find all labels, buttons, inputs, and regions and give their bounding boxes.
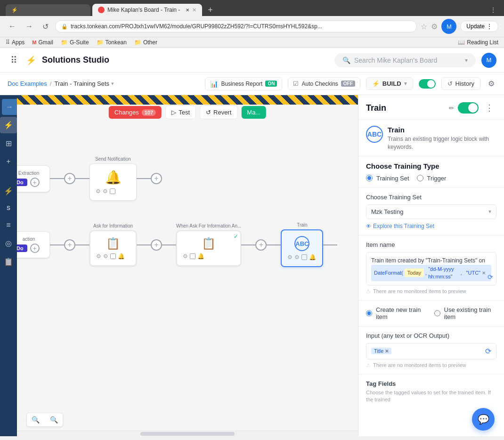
bookmark-apps[interactable]: ⠿ Apps: [6, 39, 24, 46]
ask-filter-icon[interactable]: ⚙: [96, 253, 101, 260]
item-refresh-icon[interactable]: ⟳: [488, 272, 493, 282]
flow-plus-2[interactable]: +: [151, 173, 162, 184]
ask-node[interactable]: 📋 ⚙ ⚙ 🔔: [89, 230, 137, 266]
training-set-dropdown[interactable]: Mzk Testing ▾: [366, 204, 496, 219]
app-grid-icon[interactable]: ⠿: [8, 52, 20, 69]
revert-button[interactable]: ↺ Revert: [200, 106, 237, 119]
flow-plus-4[interactable]: +: [151, 239, 162, 251]
breadcrumb-current[interactable]: Train - Training Sets ▾: [54, 80, 114, 87]
user-avatar[interactable]: M: [481, 53, 496, 68]
when-bell-icon[interactable]: 🔔: [197, 253, 204, 260]
bookmark-gmail[interactable]: M Gmail: [32, 39, 53, 46]
add-step-1[interactable]: +: [30, 178, 40, 187]
back-button[interactable]: ←: [6, 21, 19, 32]
create-new-radio[interactable]: [366, 310, 372, 317]
when-node[interactable]: 📋 ✓ ⚙ 🔔: [176, 230, 241, 266]
use-existing-radio[interactable]: [434, 310, 440, 317]
explore-training-set-link[interactable]: 👁 Explore this Training Set: [366, 223, 496, 229]
sidebar-arrow-icon[interactable]: →: [2, 99, 17, 115]
settings-button[interactable]: ⚙: [486, 77, 496, 90]
build-toggle[interactable]: [419, 79, 436, 89]
bookmark-gsuite[interactable]: 📁 G-Suite: [61, 39, 89, 46]
history-button[interactable]: ↺ History: [441, 77, 480, 90]
search-bar[interactable]: 🔍 Search Mike Kaplan's Board ▾: [334, 53, 476, 67]
panel-edit-icon[interactable]: ✏: [449, 105, 454, 112]
train-bell-icon[interactable]: 🔔: [309, 254, 316, 261]
use-existing-option[interactable]: Use existing train item: [434, 306, 496, 320]
when-label: When Ask For Information An...: [176, 223, 241, 228]
train-node[interactable]: ABC ⚙ ⚙ 🔔: [281, 229, 323, 267]
node-checkbox-3[interactable]: [190, 253, 195, 259]
input-refresh-icon[interactable]: ⟳: [485, 347, 491, 356]
bookmark-other[interactable]: 📁 Other: [134, 39, 157, 46]
search-dropdown-icon[interactable]: ▾: [465, 57, 468, 64]
train-name: Train: [388, 126, 496, 134]
trigger-option[interactable]: Trigger: [417, 175, 447, 182]
title-tag-close[interactable]: ✕: [385, 349, 389, 354]
utc-tag-close[interactable]: ✕: [482, 269, 486, 277]
flow-plus-5[interactable]: +: [255, 239, 267, 251]
date-format-tag: DateFormat( Today , "dd-M-yyyy hh:mm:ss"…: [371, 265, 491, 281]
browser-avatar[interactable]: M: [441, 19, 456, 34]
flow-plus-1[interactable]: +: [64, 173, 75, 184]
browser-menu[interactable]: ⋮: [488, 4, 498, 16]
ask-settings-icon[interactable]: ⚙: [103, 253, 108, 260]
business-report-button[interactable]: 📊 Business Report ON: [205, 77, 282, 90]
panel-menu-icon[interactable]: ⋮: [482, 102, 496, 114]
sidebar-book-icon[interactable]: 📋: [0, 253, 17, 270]
chat-button[interactable]: 💬: [472, 408, 495, 431]
reload-button[interactable]: ↺: [40, 21, 51, 32]
extraction-node[interactable]: Extraction Do +: [17, 165, 50, 192]
bookmarks-bar: ⠿ Apps M Gmail 📁 G-Suite 📁 Tonkean 📁 Oth…: [0, 37, 504, 48]
sidebar-list-icon[interactable]: ≡: [2, 217, 14, 233]
breadcrumb-link[interactable]: Doc Examples: [8, 80, 47, 87]
node-checkbox-2[interactable]: [110, 253, 116, 259]
sidebar-database-icon[interactable]: ⊞: [2, 135, 16, 152]
train-settings-icon[interactable]: ⚙: [294, 254, 300, 261]
sidebar-lightning2-icon[interactable]: ⚡: [0, 183, 17, 199]
zoom-out-button[interactable]: 🔍: [45, 413, 63, 426]
auto-checkins-button[interactable]: ☑ Auto Checkins OFF: [288, 77, 360, 90]
forward-button[interactable]: →: [23, 21, 36, 32]
panel-toggle[interactable]: [458, 102, 479, 114]
sidebar-s-icon[interactable]: S: [3, 201, 14, 215]
add-step-2[interactable]: +: [30, 244, 40, 253]
item-name-field[interactable]: Train item created by "Train-Training Se…: [366, 252, 496, 285]
active-tab[interactable]: Mike Kaplan's Board - Train - ✕ ✕: [92, 4, 202, 16]
create-new-option[interactable]: Create new train item: [366, 306, 427, 320]
action-node[interactable]: action Do +: [17, 231, 50, 258]
flow-plus-3[interactable]: +: [64, 239, 75, 251]
input-field[interactable]: Title ✕ ⟳: [366, 343, 496, 359]
notification-node[interactable]: 🔔 ⚙ ⚙: [89, 163, 137, 201]
bookmark-tonkean[interactable]: 📁 Tonkean: [97, 39, 127, 46]
reading-list[interactable]: 📖 Reading List: [458, 39, 498, 46]
update-button[interactable]: Update ⋮: [460, 21, 498, 32]
star-icon[interactable]: ☆: [421, 22, 427, 31]
make-button[interactable]: Ma...: [241, 106, 266, 119]
node-checkbox-4[interactable]: [301, 254, 307, 260]
changes-button[interactable]: Changes 107: [109, 106, 162, 119]
train-abc-icon: ABC: [287, 236, 317, 251]
training-set-option[interactable]: Training Set: [366, 175, 409, 182]
training-set-radio[interactable]: [366, 175, 373, 181]
when-filter-icon[interactable]: ⚙: [183, 253, 188, 260]
filter-icon[interactable]: ⚙: [96, 188, 101, 195]
settings-icon-2[interactable]: ⚙: [103, 188, 108, 195]
sidebar-target-icon[interactable]: ◎: [1, 235, 16, 252]
trigger-radio[interactable]: [417, 175, 423, 181]
train-filter-icon[interactable]: ⚙: [287, 254, 293, 261]
tab-close[interactable]: ✕: [192, 7, 196, 13]
address-bar[interactable]: 🔒 tracks.tonkean.com/PROJtxh1vwIVM62/mod…: [55, 20, 417, 33]
sidebar-stack-icon[interactable]: ⚡: [0, 117, 17, 133]
canvas-scrollbar[interactable]: [17, 431, 358, 436]
test-button[interactable]: ▷ Test: [165, 106, 196, 119]
ask-bell-icon[interactable]: 🔔: [118, 253, 125, 260]
build-button[interactable]: ⚡ BUILD ▾: [366, 77, 413, 90]
zoom-controls: 🔍 🔍: [26, 413, 63, 427]
node-checkbox-1[interactable]: [110, 188, 115, 194]
extension-icon[interactable]: ⚙: [431, 22, 438, 31]
extraction-node-body: Do +: [17, 178, 45, 187]
zoom-in-button[interactable]: 🔍: [27, 413, 44, 426]
sidebar-add-icon[interactable]: +: [2, 154, 14, 170]
new-tab-button[interactable]: +: [204, 4, 217, 16]
